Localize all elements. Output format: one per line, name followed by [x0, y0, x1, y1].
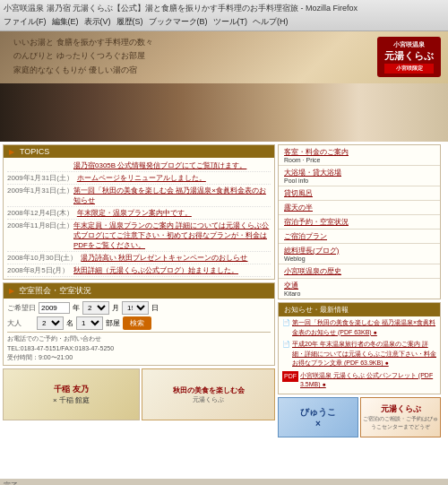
topic-date-5: 2008年10月30日(土）	[7, 253, 77, 263]
day-select[interactable]: 19	[122, 301, 149, 315]
topic-text-3[interactable]: 年末限定・温泉プラン案内中です。	[77, 208, 192, 218]
hours-info: 受付時間：9:00〜21:00	[7, 353, 271, 362]
nav-item-blog[interactable]: 総料理長(ブログ) Weblog	[279, 244, 440, 264]
topic-text-1[interactable]: ホームページをリニューアルしました。	[77, 173, 206, 183]
menu-bookmarks[interactable]: ブックマーク(B)	[149, 16, 208, 28]
topics-section: ▶ TOPICS 湯乃宿0305B 公式情報発信ブログにてご覧頂けます。 200…	[3, 144, 275, 280]
menu-help[interactable]: ヘルプ(H)	[253, 16, 289, 28]
topic-item-1: 2009年1月31日(土） ホームページをリニューアルしました。	[7, 172, 271, 185]
pdf-icon-1: 📄	[282, 340, 290, 350]
day-suffix: 日	[151, 303, 159, 313]
browser-frame: 小宮咲温泉 湯乃宿 元湯くらぶ【公式】湯と食膳を振りかす手料理のお手料理宿旅 -…	[0, 0, 448, 31]
news-sidebar: お知らせ・最新情報 📄 第一回「秋田の美食を楽しむ会 福乃湯温泉×食眞料金表のお…	[278, 302, 441, 394]
promo-banner-right[interactable]: 元湯くらぶ ご宿泊のご相談・ご予約はびゅうこセンターまでどうぞ	[360, 397, 441, 437]
promo-brand1: 千稲 友乃	[54, 384, 89, 395]
topic-item-2: 2009年1月31日(土） 第一回「秋田の美食を楽しむ会 福乃湯温泉×食眞料金表…	[7, 185, 271, 207]
promo-right-text: ご宿泊のご相談・ご予約はびゅうこセンターまでどうぞ	[361, 415, 440, 431]
hotel-logo: 小宮咲温泉 元湯くらぶ 小宮咲限定	[377, 37, 441, 77]
topic-item-3: 2008年12月4日(木） 年末限定・温泉プラン案内中です。	[7, 207, 271, 220]
header-taglines: いいお湯と 食膳を振かす手料理の数々 のんびりと ゆったりくつろぐお部屋 家庭的…	[13, 36, 153, 77]
promo-right-title: 元湯くらぶ	[381, 403, 421, 415]
nav-item-plan[interactable]: ご宿泊プラン	[279, 230, 440, 244]
news-item-1: 📄 平成20年 年末温泉旅行者の冬の温泉のご案内 詳細・詳細については元湯くらぶ…	[282, 340, 436, 368]
tel-info: TEL:0183-47-5151/FAX:0183-47-5250	[7, 344, 271, 354]
menu-edit[interactable]: 編集(E)	[52, 16, 79, 28]
menu-file[interactable]: ファイル(F)	[4, 16, 47, 28]
page-header: いいお湯と 食膳を振かす手料理の数々 のんびりと ゆったりくつろぐお部屋 家庭的…	[0, 31, 448, 83]
topic-item-6: 2008年8月5日(月） 秋田詳細（元湯くらぶ公式ブログ）始まりました。	[7, 264, 271, 277]
title-bar: 小宮咲温泉 湯乃宿 元湯くらぶ【公式】湯と食膳を振りかす手料理のお手料理宿旅 -…	[4, 2, 444, 15]
topic-item-5: 2008年10月30日(土） 湯乃詩高い 秋田プレゼントキャンペーンのおしらせ	[7, 252, 271, 264]
nav-item-reservation[interactable]: 宿泊予約・空室状況	[279, 215, 440, 230]
topic-date-6: 2008年8月5日(月）	[7, 265, 70, 275]
topic-date-4: 2008年11月8日(土）	[7, 221, 70, 230]
nav-item-access[interactable]: 交通 Kitaro	[279, 279, 440, 299]
adults-suffix: 名	[66, 318, 73, 328]
nav-item-bath[interactable]: 大浴場・貸大浴場 Pool info	[279, 166, 440, 186]
news-item-2: PDF 小宮咲温泉 元湯くらぶ 公式パンフレット (PDF 3.5MB) ●	[282, 371, 436, 390]
promo-logo-right[interactable]: 秋田の美食を楽しむ会 元湯くらぶ	[142, 368, 275, 420]
topic-date-3: 2008年12月4日(木）	[7, 208, 73, 218]
room-image-banner	[0, 83, 448, 142]
nav-link-rooms[interactable]: 客室・料金のご案内	[284, 148, 349, 156]
month-suffix: 月	[112, 303, 119, 313]
topics-content: 湯乃宿0305B 公式情報発信ブログにてご覧頂けます。 2009年1月31日(土…	[4, 158, 274, 279]
search-button[interactable]: 検索	[123, 316, 151, 330]
rooms-select[interactable]: 1	[76, 316, 103, 330]
nav-item-history[interactable]: 小宮咲温泉の歴史	[279, 264, 440, 279]
menu-tools[interactable]: ツール(T)	[213, 16, 248, 28]
nav-link-reservation[interactable]: 宿泊予約・空室状況	[284, 218, 349, 226]
adults-select[interactable]: 2	[37, 316, 64, 330]
nav-item-rooms[interactable]: 客室・料金のご案内 Room · Price	[279, 145, 440, 166]
topic-text-4[interactable]: 年末定員・温泉プランのご案内 詳細については元湯くらぶ公式ブログにてご注意下さい…	[73, 221, 271, 250]
promo-box-left[interactable]: 千稲 友乃 × 千稲 館庭	[3, 368, 140, 420]
news-link-0[interactable]: 第一回「秋田の美食を楽しむ会 福乃湯温泉×食眞料金表のお知らせ (PDF 63K…	[292, 318, 436, 337]
nav-sub-bath: Pool info	[284, 178, 435, 184]
nav-menu: 客室・料金のご案内 Room · Price 大浴場・貸大浴場 Pool inf…	[278, 144, 441, 299]
nav-link-blog[interactable]: 総料理長(ブログ)	[284, 247, 339, 255]
adults-label: 大人	[7, 318, 34, 328]
nav-item-outdoor[interactable]: 露天の半	[279, 201, 440, 215]
nav-link-outdoor[interactable]: 露天の半	[284, 204, 313, 212]
people-row: 大人 2 名 1 部屋 検索	[7, 316, 271, 330]
nav-link-history[interactable]: 小宮咲温泉の歴史	[284, 267, 341, 275]
right-sidebar: 客室・料金のご案内 Room · Price 大浴場・貸大浴場 Pool inf…	[278, 142, 444, 440]
topic-text-2[interactable]: 第一回「秋田の美食を楽しむ会 福乃湯温泉×食眞料金表のお知らせ	[73, 186, 271, 205]
topic-text-6[interactable]: 秋田詳細（元湯くらぶ公式ブログ）始まりました。	[73, 265, 238, 275]
page-container: いいお湯と 食膳を振かす手料理の数々 のんびりと ゆったりくつろぐお部屋 家庭的…	[0, 31, 448, 479]
news-item-0: 📄 第一回「秋田の美食を楽しむ会 福乃湯温泉×食眞料金表のお知らせ (PDF 6…	[282, 318, 436, 337]
month-select[interactable]: 2	[82, 301, 109, 315]
year-input[interactable]	[39, 302, 70, 314]
contact-label: お電話でのご予約・お問い合わせ	[7, 334, 271, 344]
contact-info: お電話でのご予約・お問い合わせ TEL:0183-47-5151/FAX:018…	[7, 334, 271, 353]
nav-link-bath[interactable]: 大浴場・貸大浴場	[284, 169, 341, 177]
topic-text-5[interactable]: 湯乃詩高い 秋田プレゼントキャンペーンのおしらせ	[81, 253, 247, 263]
pdf-icon-0: 📄	[282, 318, 290, 328]
promo-left-title: びゅうこ	[300, 406, 336, 419]
status-bar: 完了	[0, 479, 448, 485]
nav-link-plan[interactable]: ご宿泊プラン	[284, 232, 327, 240]
menu-bar[interactable]: ファイル(F) 編集(E) 表示(V) 履歴(S) ブックマーク(B) ツール(…	[4, 15, 444, 29]
topics-header: ▶ TOPICS	[4, 145, 274, 158]
menu-history[interactable]: 履歴(S)	[116, 16, 143, 28]
rooms-suffix: 部屋	[106, 318, 120, 328]
nav-item-private-bath[interactable]: 貸切風呂	[279, 186, 440, 201]
tagline3: 家庭的ななくもりが 優しい湯の宿	[13, 64, 153, 77]
news-link-1[interactable]: 平成20年 年末温泉旅行者の冬の温泉のご案内 詳細・詳細については元湯くらぶご注…	[292, 340, 436, 368]
topic-date-2: 2009年1月31日(土）	[7, 186, 70, 195]
reservation-section: ▶ 空室照会・空室状況 ご希望日 年 2 月 19	[3, 282, 275, 366]
topic-text-0[interactable]: 湯乃宿0305B 公式情報発信ブログにてご覧頂けます。	[73, 160, 246, 170]
divider	[7, 332, 271, 333]
nav-link-access[interactable]: 交通	[284, 281, 298, 290]
nav-link-private-bath[interactable]: 貸切風呂	[284, 189, 313, 197]
reservation-content: ご希望日 年 2 月 19 日 大人	[4, 299, 274, 365]
reservation-icon: ▶	[9, 287, 14, 295]
nav-sub-blog: Weblog	[284, 255, 435, 262]
tagline1: いいお湯と 食膳を振かす手料理の数々	[13, 36, 153, 49]
promo-brand3: 元湯くらぶ	[193, 395, 224, 404]
promo-banner-left[interactable]: びゅうこ ×	[278, 397, 358, 437]
news-link-2[interactable]: 小宮咲温泉 元湯くらぶ 公式パンフレット (PDF 3.5MB) ●	[300, 371, 436, 390]
topic-date-1: 2009年1月31日(土）	[7, 173, 73, 183]
menu-view[interactable]: 表示(V)	[84, 16, 111, 28]
bottom-promo-area: 千稲 友乃 × 千稲 館庭 秋田の美食を楽しむ会 元湯くらぶ	[3, 368, 275, 420]
